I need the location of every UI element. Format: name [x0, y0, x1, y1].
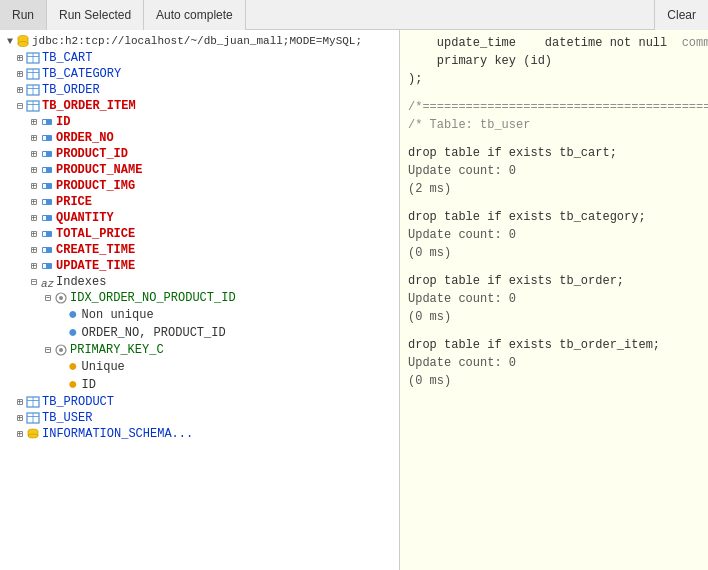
expand-indexes[interactable]: ⊟: [28, 276, 40, 288]
table-row-tb-product[interactable]: ⊞ TB_PRODUCT: [0, 394, 399, 410]
connection-row[interactable]: ▼ jdbc:h2:tcp://localhost/~/db_juan_mall…: [0, 32, 399, 50]
column-row-update-time[interactable]: ⊞ UPDATE_TIME: [0, 258, 399, 274]
svg-rect-22: [43, 152, 46, 156]
column-icon-product-name: [40, 163, 54, 177]
column-row-create-time[interactable]: ⊞ CREATE_TIME: [0, 242, 399, 258]
expand-primary-key[interactable]: ⊟: [42, 344, 54, 356]
column-row-product-img[interactable]: ⊞ PRODUCT_IMG: [0, 178, 399, 194]
svg-point-39: [59, 296, 63, 300]
column-row-product-id[interactable]: ⊞ PRODUCT_ID: [0, 146, 399, 162]
connection-expand-icon[interactable]: ▼: [4, 36, 16, 47]
column-row-product-name[interactable]: ⊞ PRODUCT_NAME: [0, 162, 399, 178]
column-row-id[interactable]: ⊞ ID: [0, 114, 399, 130]
bullet-unique: ●: [68, 359, 78, 375]
table-label-tb-category: TB_CATEGORY: [42, 67, 121, 81]
toolbar: Run Run Selected Auto complete Clear: [0, 0, 708, 30]
svg-rect-30: [43, 216, 46, 220]
expand-idx-order[interactable]: ⊟: [42, 292, 54, 304]
index-columns-label: ORDER_NO, PRODUCT_ID: [82, 326, 226, 340]
expand-tb-category[interactable]: ⊞: [14, 68, 26, 80]
sql-block-tb-cart: drop table if exists tb_cart; Update cou…: [408, 144, 700, 198]
expand-information-schema[interactable]: ⊞: [14, 428, 26, 440]
table-comment: /* Table: tb_user: [408, 116, 700, 134]
table-row-information-schema[interactable]: ⊞ INFORMATION_SCHEMA...: [0, 426, 399, 442]
column-icon-order-no: [40, 131, 54, 145]
table-icon-tb-cart: [26, 51, 40, 65]
run-selected-button[interactable]: Run Selected: [47, 0, 144, 30]
sql-output-panel[interactable]: update_time datetime not null comme prim…: [400, 30, 708, 570]
table-label-tb-order: TB_ORDER: [42, 83, 100, 97]
svg-rect-24: [43, 168, 46, 172]
sql-result-tb-category: Update count: 0: [408, 226, 700, 244]
svg-rect-34: [43, 248, 46, 252]
expand-col-price: ⊞: [28, 196, 40, 208]
table-row-tb-user[interactable]: ⊞ TB_USER: [0, 410, 399, 426]
sql-timing-tb-order-item: (0 ms): [408, 372, 700, 390]
bullet-non-unique: ●: [68, 307, 78, 323]
indexes-folder[interactable]: ⊟ az Indexes: [0, 274, 399, 290]
index-prop-non-unique: ● Non unique: [0, 306, 399, 324]
column-row-price[interactable]: ⊞ PRICE: [0, 194, 399, 210]
run-button[interactable]: Run: [0, 0, 47, 30]
column-label-id: ID: [56, 115, 70, 129]
pk-id-label: ID: [82, 378, 96, 392]
svg-point-2: [18, 42, 28, 47]
column-label-product-name: PRODUCT_NAME: [56, 163, 142, 177]
svg-rect-32: [43, 232, 46, 236]
index-label-idx-order: IDX_ORDER_NO_PRODUCT_ID: [70, 291, 236, 305]
sql-stmt-tb-order: drop table if exists tb_order;: [408, 272, 700, 290]
svg-point-50: [28, 434, 38, 438]
indexes-folder-icon: az: [40, 275, 54, 289]
table-row-tb-cart[interactable]: ⊞ TB_CART: [0, 50, 399, 66]
table-icon-tb-order-item: [26, 99, 40, 113]
expand-tb-product[interactable]: ⊞: [14, 396, 26, 408]
sql-timing-tb-cart: (2 ms): [408, 180, 700, 198]
column-icon-update-time: [40, 259, 54, 273]
column-row-quantity[interactable]: ⊞ QUANTITY: [0, 210, 399, 226]
column-icon-quantity: [40, 211, 54, 225]
clear-button[interactable]: Clear: [654, 0, 708, 30]
sql-block-tb-order-item: drop table if exists tb_order_item; Upda…: [408, 336, 700, 390]
table-label-tb-order-item: TB_ORDER_ITEM: [42, 99, 136, 113]
comment-block: /*======================================…: [408, 98, 700, 134]
table-row-tb-order-item[interactable]: ⊟ TB_ORDER_ITEM: [0, 98, 399, 114]
tree-panel: ▼ jdbc:h2:tcp://localhost/~/db_juan_mall…: [0, 30, 400, 570]
index-row-idx-order[interactable]: ⊟ IDX_ORDER_NO_PRODUCT_ID: [0, 290, 399, 306]
auto-complete-button[interactable]: Auto complete: [144, 0, 246, 30]
sql-block-tb-order: drop table if exists tb_order; Update co…: [408, 272, 700, 326]
sql-result-tb-order: Update count: 0: [408, 290, 700, 308]
svg-rect-28: [43, 200, 46, 204]
table-row-tb-category[interactable]: ⊞ TB_CATEGORY: [0, 66, 399, 82]
primary-key-label: PRIMARY_KEY_C: [70, 343, 164, 357]
column-label-order-no: ORDER_NO: [56, 131, 114, 145]
expand-tb-order[interactable]: ⊞: [14, 84, 26, 96]
expand-col-order-no: ⊞: [28, 132, 40, 144]
non-unique-label: Non unique: [82, 308, 154, 322]
column-icon-price: [40, 195, 54, 209]
svg-rect-36: [43, 264, 46, 268]
svg-rect-20: [43, 136, 46, 140]
column-row-total-price[interactable]: ⊞ TOTAL_PRICE: [0, 226, 399, 242]
table-label-tb-product: TB_PRODUCT: [42, 395, 114, 409]
unique-label: Unique: [82, 360, 125, 374]
table-row-tb-order[interactable]: ⊞ TB_ORDER: [0, 82, 399, 98]
column-icon-total-price: [40, 227, 54, 241]
header-line-3: );: [408, 70, 700, 88]
column-icon-product-id: [40, 147, 54, 161]
comment-separator: /*======================================…: [408, 98, 700, 116]
column-row-order-no[interactable]: ⊞ ORDER_NO: [0, 130, 399, 146]
expand-col-quantity: ⊞: [28, 212, 40, 224]
expand-tb-cart[interactable]: ⊞: [14, 52, 26, 64]
expand-col-total-price: ⊞: [28, 228, 40, 240]
expand-tb-user[interactable]: ⊞: [14, 412, 26, 424]
expand-col-id: ⊞: [28, 116, 40, 128]
sql-timing-tb-order: (0 ms): [408, 308, 700, 326]
expand-col-update-time: ⊞: [28, 260, 40, 272]
column-icon-id: [40, 115, 54, 129]
database-icon: [16, 34, 30, 48]
index-row-primary-key[interactable]: ⊟ PRIMARY_KEY_C: [0, 342, 399, 358]
header-line-2: primary key (id): [408, 52, 700, 70]
expand-col-product-img: ⊞: [28, 180, 40, 192]
table-icon-information-schema: [26, 427, 40, 441]
expand-tb-order-item[interactable]: ⊟: [14, 100, 26, 112]
